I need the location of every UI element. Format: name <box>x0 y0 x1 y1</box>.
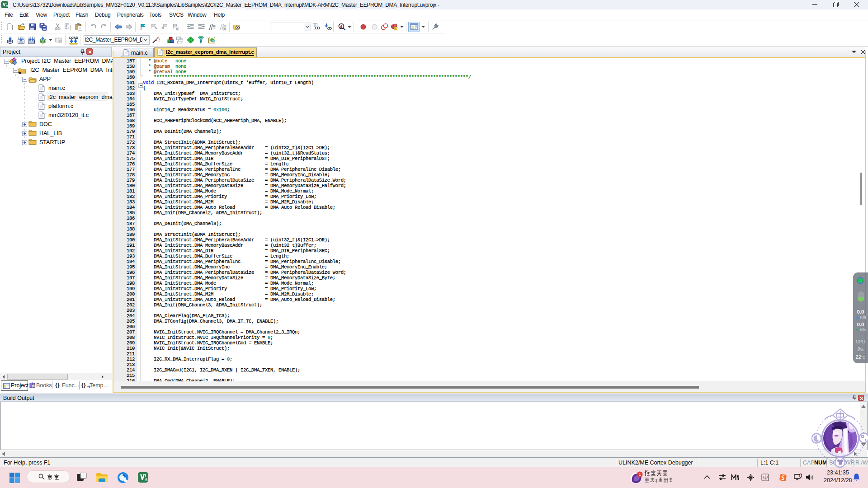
svg-text:1: 1 <box>639 472 641 477</box>
svg-text:d: d <box>340 24 342 29</box>
svg-text:?: ? <box>33 385 35 388</box>
svg-text:5: 5 <box>145 478 147 482</box>
svg-text:5: 5 <box>6 5 8 8</box>
svg-text:LOAD: LOAD <box>69 36 78 39</box>
